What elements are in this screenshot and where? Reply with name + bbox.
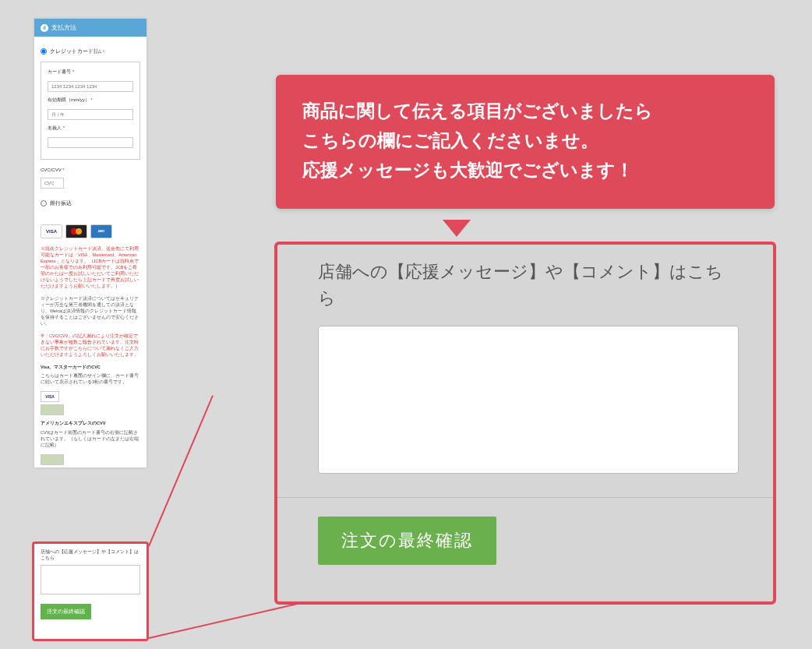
step-badge: 4 [41,24,48,32]
comment-textarea-small[interactable] [41,565,140,594]
mini-card-back-icon [41,404,64,415]
connector-line [148,395,214,546]
radio-credit-card-input[interactable] [41,48,47,55]
instruction-callout: 商品に関して伝える項目がございましたら こちらの欄にご記入くださいませ。 応援メ… [276,75,775,209]
callout-line1: 商品に関して伝える項目がございましたら [302,97,748,126]
connector-line [149,602,301,639]
mini-visa-icon: VISA [41,391,59,402]
panel-title: 支払方法 [51,23,76,32]
radio-bank-transfer-input[interactable] [41,200,47,206]
required-mark: * [63,125,65,130]
callout-tail-icon [443,220,471,237]
comment-textarea-large[interactable] [318,326,739,474]
visa-mc-cvc-body: こちらはカード裏面のサイン欄に、カード番号に続いて表示されている3桁の番号です。 [34,373,147,389]
callout-line3: 応援メッセージも大歓迎でございます！ [302,156,748,185]
panel-body: クレジットカード払い カード番号 * 有効期限（mm/yy） * 名義人 [34,37,147,220]
panel-header: 4 支払方法 [34,19,147,37]
radio-bank-transfer[interactable]: 銀行振込 [41,199,140,207]
name-label-text: 名義人 [48,125,62,130]
card-number-label-text: カード番号 [48,69,71,74]
visa-icon: VISA [41,224,62,238]
amex-cvv-body: CVVはカード前面のカード番号の右側に記載されています。（もしくはカードの左また… [34,430,147,452]
notice-accepted-cards: ※現在クレジットカード決済、送金先にて利用可能なカードは「VISA、Master… [34,243,147,293]
mastercard-icon [65,224,87,238]
required-mark: * [72,69,74,74]
cvc-label-text: CVC/CVV [41,168,62,172]
amex-cvv-head: アメリカンエキスプレスのCVV [34,418,147,430]
comment-label-small: 店舗への【応援メッセージ】や【コメント】はこちら [41,548,140,562]
checkout-panel: 4 支払方法 クレジットカード払い カード番号 * 有効期限（mm/yy） * [34,19,147,467]
notice-security: ※クレジットカード決済についてはセキュリティーが万全な第三者機関を通しての決済と… [34,293,147,330]
callout-line2: こちらの欄にご記入くださいませ。 [302,126,748,156]
final-confirm-button-small[interactable]: 注文の最終確認 [41,604,91,619]
card-number-label: カード番号 * [48,69,133,76]
notice-cvc-warning: ※「CVC/CVV」の記入漏れにより注文が確定できない事象が複数ご報告されていま… [34,330,147,362]
radio-credit-card-label: クレジットカード払い [50,48,104,55]
final-confirm-button-large[interactable]: 注文の最終確認 [318,517,496,565]
required-mark: * [62,168,64,172]
expiry-label: 有効期限（mm/yy） * [48,97,133,104]
card-fields: カード番号 * 有効期限（mm/yy） * 名義人 * [41,62,140,160]
name-label: 名義人 * [48,125,133,132]
radio-credit-card[interactable]: クレジットカード払い [41,48,140,55]
submit-row: 注文の最終確認 [277,498,773,584]
comment-label-large: 店舗への【応援メッセージ】や【コメント】はこちら [277,259,773,326]
expiry-label-text: 有効期限（mm/yy） [48,97,90,102]
radio-bank-transfer-label: 銀行振込 [50,199,72,207]
comment-section-small: 店舗への【応援メッセージ】や【コメント】はこちら 注文の最終確認 [32,541,149,641]
comment-section-enlarged: 店舗への【応援メッセージ】や【コメント】はこちら 注文の最終確認 [274,242,776,605]
name-input[interactable] [48,137,133,148]
required-mark: * [90,97,92,102]
amex-icon: AMEX [90,224,112,238]
cvc-label: CVC/CVV * [41,168,140,172]
mini-amex-front-icon [41,454,64,465]
visa-mc-cvc-head: Visa、マスターカードのCVC [34,362,147,374]
expiry-input[interactable] [48,109,133,120]
cvc-input[interactable] [41,178,64,189]
card-number-input[interactable] [48,81,133,92]
accepted-cards: VISA AMEX [34,220,147,243]
